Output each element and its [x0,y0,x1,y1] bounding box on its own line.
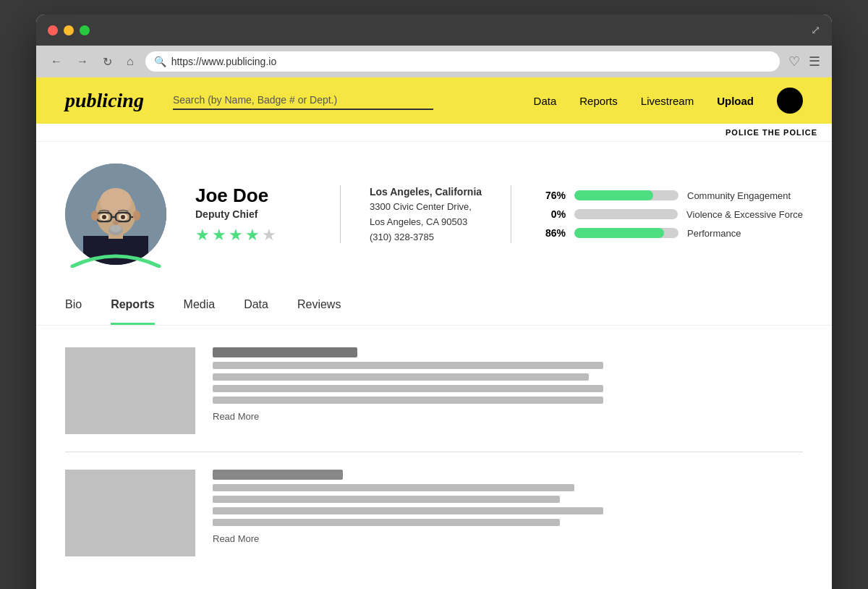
read-more-1[interactable]: Read More [213,533,803,544]
nav-upload[interactable]: Upload [717,95,754,107]
svg-point-15 [121,215,125,219]
report-line-1-2 [213,496,560,503]
metric-bar-bg-1 [574,209,678,219]
report-line-0-1 [213,362,603,369]
tab-reports[interactable]: Reports [111,287,154,325]
profile-section: Joe Doe Deputy Chief ★ ★ ★ ★ ★ Los Angel… [36,142,832,287]
svg-point-19 [91,211,98,221]
report-line-0-3 [213,385,603,392]
ptb-banner: POLICE THE POLICE [36,124,832,142]
profile-info: Joe Doe Deputy Chief ★ ★ ★ ★ ★ [195,185,311,245]
metric-bar-fill-2 [574,228,664,238]
metric-bar-bg-2 [574,228,678,238]
report-text-0: Read More [213,347,803,434]
metric-bar-fill-0 [574,190,653,200]
profile-location: Los Angeles, California 3300 Civic Cente… [370,184,482,245]
address-bar-wrap: 🔍 [145,51,780,72]
report-title-0 [213,347,357,357]
location-phone: (310) 328-3785 [370,230,482,245]
profile-tabs: Bio Reports Media Data Reviews [65,287,803,325]
site-search-wrap [173,91,433,110]
star-2: ★ [212,226,226,245]
user-avatar[interactable] [777,88,803,114]
report-thumbnail-0 [65,347,195,434]
content-area: Read More Read More [36,326,832,589]
metric-label-0: Community Engagement [687,190,803,201]
traffic-lights [48,25,90,35]
maximize-button[interactable] [80,25,90,35]
profile-divider-2 [511,185,511,243]
svg-point-16 [113,221,119,225]
report-line-0-4 [213,397,603,404]
officer-avatar-wrap [65,164,166,265]
tab-bio[interactable]: Bio [65,287,82,325]
metric-row-0: 76% Community Engagement [540,190,803,201]
rating-arc [65,246,166,268]
metric-row-1: 0% Violence & Excessive Force [540,208,803,220]
expand-icon[interactable]: ⤢ [811,23,820,37]
location-city-state: Los Angeles, CA 90503 [370,215,482,230]
report-item-0: Read More [65,347,803,452]
rating-stars: ★ ★ ★ ★ ★ [195,226,311,245]
metric-label-1: Violence & Excessive Force [686,209,803,220]
metric-pct-0: 76% [540,190,566,201]
location-address: 3300 Civic Center Drive, [370,200,482,215]
read-more-0[interactable]: Read More [213,411,803,422]
site-nav: Data Reports Livestream Upload [534,88,803,114]
minimize-button[interactable] [64,25,74,35]
metric-bar-bg-0 [574,190,678,200]
report-line-1-3 [213,507,603,514]
metric-row-2: 86% Performance [540,227,803,239]
tabs-section: Bio Reports Media Data Reviews [36,287,832,326]
profile-divider [340,185,341,243]
metric-pct-1: 0% [540,208,566,220]
officer-title: Deputy Chief [195,208,311,220]
star-4: ★ [245,226,260,245]
ptb-tagline: POLICE THE POLICE [726,128,817,137]
officer-name: Joe Doe [195,185,311,207]
site-logo[interactable]: publicing [65,89,144,112]
address-bar[interactable] [145,51,780,72]
search-icon: 🔍 [154,56,166,67]
report-text-1: Read More [213,470,803,556]
star-5: ★ [262,226,276,245]
metric-label-2: Performance [687,228,803,239]
report-item-1: Read More [65,470,803,574]
star-3: ★ [229,226,243,245]
nav-reports[interactable]: Reports [579,95,618,107]
close-button[interactable] [48,25,58,35]
site-header: publicing Data Reports Livestream Upload [36,77,832,124]
svg-point-20 [133,211,140,221]
bookmark-icon[interactable]: ♡ [788,54,800,69]
metrics-section: 76% Community Engagement 0% Violence & E… [540,190,803,239]
back-button[interactable]: ← [48,52,65,71]
browser-titlebar: ⤢ [36,14,832,46]
tab-reviews[interactable]: Reviews [297,287,341,325]
browser-window: ⤢ ← → ↻ ⌂ 🔍 ♡ ☰ publicing Data Reports L… [36,14,832,589]
svg-point-18 [110,225,122,232]
report-line-0-2 [213,373,589,381]
browser-toolbar: ← → ↻ ⌂ 🔍 ♡ ☰ [36,46,832,77]
site-search-input[interactable] [173,91,433,110]
forward-button[interactable]: → [74,52,91,71]
nav-data[interactable]: Data [534,95,557,107]
nav-livestream[interactable]: Livestream [641,95,694,107]
metric-pct-2: 86% [540,227,566,239]
toolbar-right: ♡ ☰ [788,54,820,69]
location-city: Los Angeles, California [370,184,482,200]
tab-media[interactable]: Media [184,287,216,325]
refresh-button[interactable]: ↻ [100,52,115,72]
home-button[interactable]: ⌂ [124,52,137,71]
star-1: ★ [195,226,210,245]
report-thumbnail-1 [65,470,195,556]
tab-data[interactable]: Data [244,287,268,325]
report-title-1 [213,470,343,480]
menu-icon[interactable]: ☰ [809,54,820,69]
svg-point-14 [102,215,106,219]
report-line-1-1 [213,484,574,491]
report-line-1-4 [213,519,560,526]
